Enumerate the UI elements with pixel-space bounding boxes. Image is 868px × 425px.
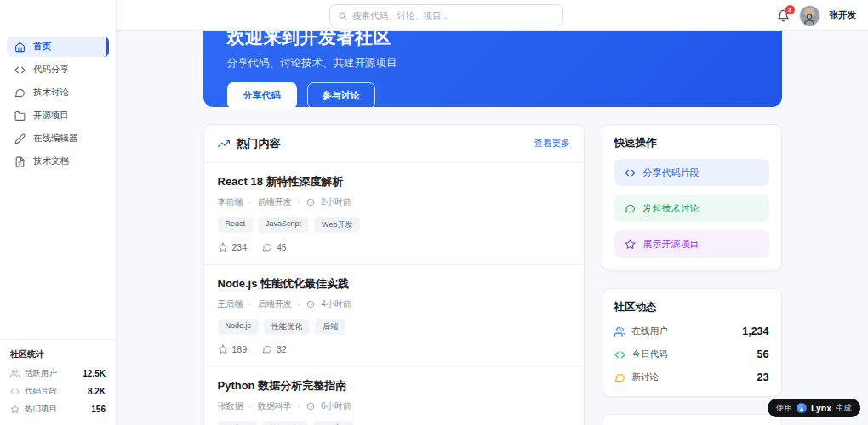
- users-icon: [10, 369, 20, 378]
- article-stats: 189 32: [218, 344, 570, 354]
- hero-subtitle: 分享代码、讨论技术、共建开源项目: [227, 56, 758, 71]
- sidebar-item-label: 代码分享: [33, 64, 69, 76]
- hot-tags-card: 热门标签 React Node.js Python Vue JavaScript…: [602, 414, 782, 425]
- today-code-row: 今日代码 56: [614, 348, 769, 360]
- stat-value: 56: [757, 348, 769, 360]
- join-discussion-button[interactable]: 参与讨论: [307, 82, 375, 109]
- meta-dot: ·: [298, 402, 300, 411]
- trending-more-link[interactable]: 查看更多: [534, 138, 570, 150]
- sidebar-item-label: 技术讨论: [33, 87, 69, 99]
- comment-icon: [262, 242, 272, 252]
- comment-count-value: 32: [277, 344, 287, 354]
- article-author: 李前端: [218, 196, 243, 208]
- stat-label: 热门项目: [25, 404, 57, 415]
- tag[interactable]: JavaScript: [258, 217, 309, 233]
- sidebar-item-docs[interactable]: 技术文档: [7, 151, 109, 172]
- stat-value: 156: [91, 405, 106, 414]
- share-code-button[interactable]: 分享代码: [227, 82, 297, 109]
- comment-count[interactable]: 45: [262, 242, 287, 252]
- article-row[interactable]: React 18 新特性深度解析 李前端 · 前端开发 · 2小时前 React…: [204, 163, 584, 265]
- tag[interactable]: 数据分析: [262, 421, 308, 425]
- article-time: 4小时前: [321, 298, 351, 310]
- star-count[interactable]: 189: [218, 344, 248, 354]
- trending-up-icon: [218, 138, 230, 150]
- home-icon: [14, 42, 26, 53]
- sidebar-item-editor[interactable]: 在线编辑器: [7, 128, 109, 149]
- article-category: 数据科学: [258, 400, 292, 412]
- edit-icon: [14, 133, 26, 144]
- clock-icon: [306, 300, 315, 309]
- article-author: 张数据: [218, 400, 243, 412]
- star-icon: [218, 242, 228, 252]
- star-icon: [218, 344, 228, 354]
- search-input[interactable]: [352, 10, 555, 20]
- article-row[interactable]: Node.js 性能优化最佳实践 王后端 · 后端开发 · 4小时前 Node.…: [204, 265, 584, 367]
- start-discussion-button[interactable]: 发起技术讨论: [614, 195, 769, 222]
- tag[interactable]: Web开发: [314, 217, 360, 233]
- tag[interactable]: React: [218, 217, 254, 233]
- code-icon: [10, 387, 20, 396]
- lynx-generated-badge[interactable]: 使用 ▲ Lynx 生成: [768, 399, 860, 417]
- article-author: 王后端: [218, 298, 243, 310]
- folder-icon: [14, 110, 26, 122]
- badge-suffix: 生成: [836, 403, 852, 414]
- notification-badge: 3: [785, 5, 795, 14]
- trending-title: 热门内容: [237, 136, 281, 151]
- community-stats-title: 社区动态: [614, 300, 769, 314]
- online-users-row: 在线用户 1,234: [614, 326, 769, 337]
- sidebar-stats-title: 社区统计: [10, 348, 106, 360]
- trending-card: 热门内容 查看更多 React 18 新特性深度解析 李前端 · 前端开发 · …: [203, 124, 585, 425]
- quick-action-label: 发起技术讨论: [643, 202, 700, 215]
- stat-value: 8.2K: [88, 387, 106, 396]
- comment-icon: [262, 344, 272, 354]
- sidebar-stat-active-users: 活跃用户 12.5K: [10, 368, 106, 379]
- sidebar-item-label: 技术文档: [33, 156, 69, 167]
- tag[interactable]: Pandas: [313, 421, 355, 425]
- sidebar-item-code-share[interactable]: 代码分享: [7, 60, 109, 80]
- chat-icon: [14, 88, 26, 99]
- tag[interactable]: 性能优化: [264, 319, 310, 335]
- sidebar-stat-snippets: 代码片段 8.2K: [10, 386, 106, 397]
- sidebar: 首页 代码分享 技术讨论 开源项目 在线编辑器 技术文档 社区统计 活跃用户 1…: [0, 0, 117, 425]
- content: 欢迎来到开发者社区 分享代码、讨论技术、共建开源项目 分享代码 参与讨论 热门内…: [203, 31, 782, 425]
- meta-dot: ·: [298, 300, 300, 309]
- sidebar-item-projects[interactable]: 开源项目: [7, 105, 109, 126]
- article-time: 2小时前: [321, 196, 351, 208]
- star-icon: [10, 405, 20, 414]
- code-icon: [614, 349, 625, 360]
- article-tags: Node.js 性能优化 后端: [218, 319, 570, 335]
- notifications-button[interactable]: 3: [777, 9, 790, 22]
- quick-actions-title: 快速操作: [614, 136, 769, 150]
- new-discussions-row: 新讨论 23: [614, 371, 769, 383]
- username: 张开发: [830, 9, 857, 21]
- quick-actions-card: 快速操作 分享代码片段 发起技术讨论 展示开源项目: [602, 124, 782, 271]
- article-title[interactable]: Node.js 性能优化最佳实践: [218, 276, 570, 292]
- quick-action-label: 展示开源项目: [643, 238, 700, 251]
- meta-dot: ·: [249, 198, 252, 207]
- community-stats-card: 社区动态 在线用户 1,234 今日代码 56 新讨论 23: [602, 288, 782, 397]
- tag[interactable]: Python: [218, 421, 257, 425]
- article-time: 6小时前: [321, 400, 351, 412]
- main-area: 欢迎来到开发者社区 分享代码、讨论技术、共建开源项目 分享代码 参与讨论 热门内…: [117, 31, 868, 425]
- star-count-value: 189: [232, 344, 248, 354]
- search-box: [329, 4, 563, 26]
- avatar[interactable]: [799, 5, 820, 26]
- tag[interactable]: Node.js: [218, 319, 260, 335]
- star-count[interactable]: 234: [218, 242, 248, 252]
- article-category: 后端开发: [258, 298, 292, 310]
- article-meta: 李前端 · 前端开发 · 2小时前: [218, 196, 570, 208]
- showcase-project-button[interactable]: 展示开源项目: [614, 230, 769, 258]
- sidebar-item-home[interactable]: 首页: [7, 37, 109, 57]
- meta-dot: ·: [249, 300, 252, 309]
- tag[interactable]: 后端: [315, 319, 345, 335]
- lynx-logo-icon: ▲: [797, 403, 807, 413]
- share-snippet-button[interactable]: 分享代码片段: [614, 159, 769, 186]
- stat-label: 活跃用户: [25, 368, 57, 379]
- comment-count[interactable]: 32: [262, 344, 287, 354]
- stat-value: 1,234: [742, 326, 768, 337]
- article-row[interactable]: Python 数据分析完整指南 张数据 · 数据科学 · 6小时前 Python…: [204, 367, 584, 425]
- sidebar-item-discussions[interactable]: 技术讨论: [7, 82, 109, 103]
- article-title[interactable]: React 18 新特性深度解析: [218, 174, 570, 190]
- trending-header: 热门内容 查看更多: [204, 125, 584, 163]
- article-title[interactable]: Python 数据分析完整指南: [218, 378, 570, 394]
